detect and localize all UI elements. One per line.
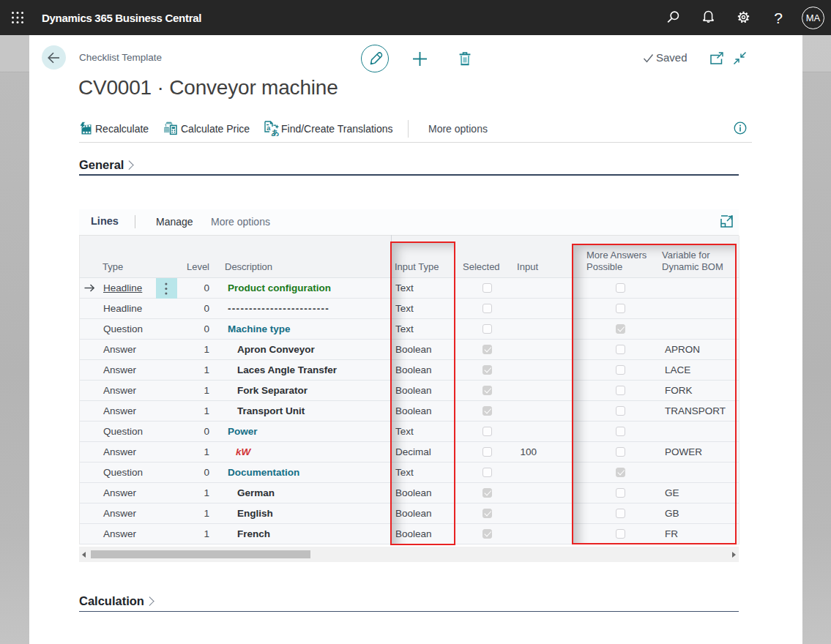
svg-text:あ: あ [271, 128, 279, 137]
